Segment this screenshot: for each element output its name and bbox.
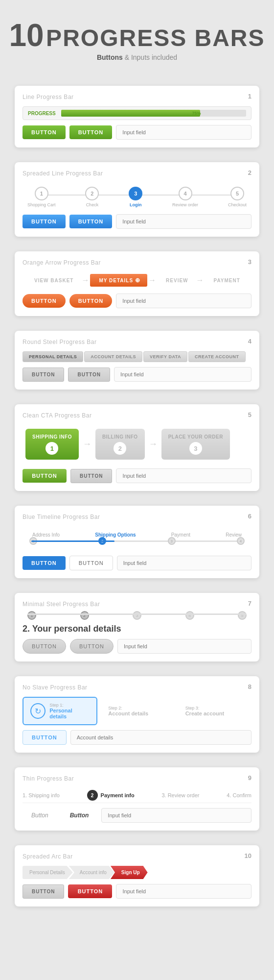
steel-step-2[interactable]: ACCOUNT DETAILS bbox=[84, 351, 142, 362]
card-1-btn-2[interactable]: BUTTON bbox=[69, 125, 113, 139]
minimal-dot-4: 4 bbox=[185, 611, 194, 620]
card-5-steps: SHIPPING INFO 1 → BILLING INFO 2 → PLACE… bbox=[23, 425, 251, 464]
card-10-input[interactable] bbox=[116, 884, 251, 899]
progress-bar-1: PROGRESS 75% bbox=[23, 106, 251, 120]
no-slave-stepname-2: Account details bbox=[108, 710, 148, 716]
clean-step-2[interactable]: BILLING INFO 2 bbox=[95, 429, 145, 460]
timeline-step-4: Review bbox=[226, 532, 242, 538]
card-9-btn-2[interactable]: Button bbox=[61, 808, 98, 823]
clean-arrow-2: → bbox=[149, 439, 158, 449]
card-4-btn-2[interactable]: BUTTON bbox=[68, 368, 110, 382]
card-5-btn-2[interactable]: BUTTON bbox=[70, 469, 112, 483]
card-6-btn-2[interactable]: Button bbox=[69, 556, 113, 570]
card-7-btn-row: Button Button bbox=[23, 639, 251, 654]
card-3-input[interactable] bbox=[116, 294, 251, 308]
timeline-progress bbox=[31, 540, 114, 542]
card-2-btn-1[interactable]: Button bbox=[23, 215, 66, 228]
card-9-input[interactable] bbox=[101, 808, 251, 823]
timeline-label-3: Payment bbox=[171, 532, 190, 538]
thin-step-2-circle: 2 bbox=[87, 790, 98, 801]
card-10-number: 10 bbox=[245, 852, 251, 859]
card-9-number: 9 bbox=[248, 774, 251, 782]
steel-step-1[interactable]: PERSONAL DETAILS bbox=[23, 351, 83, 362]
clean-arrow-1: → bbox=[83, 439, 91, 449]
card-8-steps: ↻ Step 1: Personal details Step 2: Accou… bbox=[23, 697, 251, 725]
card-5-btn-row: BUTTON BUTTON bbox=[23, 468, 251, 483]
arrow-connector-2: → bbox=[148, 276, 156, 285]
card-6: 6 Blue Timeline Progress Bar Address Inf… bbox=[15, 506, 259, 578]
steel-step-3[interactable]: VERIFY DATA bbox=[143, 351, 187, 362]
step-label-3: Login bbox=[130, 202, 142, 207]
card-6-btn-1[interactable]: Button bbox=[23, 556, 66, 570]
no-slave-stepname-1: Personal details bbox=[49, 708, 90, 719]
no-slave-stepnum-1: Step 1: bbox=[49, 703, 90, 708]
card-8-btn-1[interactable]: Button bbox=[23, 730, 67, 745]
card-1-btn-row: BUTTON BUTTON bbox=[23, 125, 251, 140]
clean-step-3-num: 3 bbox=[168, 440, 223, 455]
card-4-btn-1[interactable]: BUTTON bbox=[23, 368, 64, 382]
minimal-dot-1: 1 bbox=[27, 611, 36, 620]
step-item-3[interactable]: 3 Login bbox=[129, 187, 142, 207]
card-5-input[interactable] bbox=[116, 468, 251, 483]
card-3-btn-2[interactable]: BUTTON bbox=[69, 294, 113, 308]
card-2-input[interactable] bbox=[116, 214, 251, 229]
arrow-connector-1: → bbox=[81, 276, 89, 285]
card-8-btn-row: Button bbox=[23, 730, 251, 745]
clean-step-1-title: SHIPPING INFO bbox=[32, 434, 72, 440]
thin-step-1: 1. Shipping info bbox=[23, 792, 60, 798]
steel-step-4[interactable]: CREATE ACCOUNT bbox=[188, 351, 246, 362]
card-7-track: 1 2 3 4 5 bbox=[23, 613, 251, 620]
card-8-input[interactable] bbox=[70, 730, 251, 745]
timeline-label-2: Shipping Options bbox=[95, 532, 136, 538]
card-6-btn-row: Button Button bbox=[23, 556, 251, 570]
card-4-btn-row: BUTTON BUTTON bbox=[23, 367, 251, 382]
page-header: 10 PROGRESS BARS Buttons & Inputs includ… bbox=[0, 10, 274, 71]
step-circle-2: 2 bbox=[85, 187, 99, 200]
card-9-btn-1[interactable]: Button bbox=[23, 808, 57, 823]
thin-step-4: 4. Confirm bbox=[227, 792, 251, 798]
card-2-steps: 1 Shopping Cart 2 Check 3 Login 4 Review… bbox=[23, 183, 251, 209]
card-3-btn-row: BUTTON BUTTON bbox=[23, 294, 251, 308]
card-9-title: Thin Progress Bar bbox=[23, 775, 251, 782]
card-3-btn-1[interactable]: BUTTON bbox=[23, 294, 66, 308]
subtitle-amp: & bbox=[125, 53, 129, 61]
card-10-btn-1[interactable]: Button bbox=[23, 884, 64, 899]
step-label-5: Checkout bbox=[228, 202, 247, 207]
no-slave-step-2: Step 2: Account details bbox=[101, 697, 174, 725]
card-2-number: 2 bbox=[248, 169, 251, 176]
card-10-btn-2[interactable]: Button bbox=[68, 884, 112, 898]
card-7-btn-2[interactable]: Button bbox=[70, 639, 114, 654]
arrow-nav-item-2[interactable]: Account info bbox=[69, 866, 114, 879]
arrow-nav-item-1[interactable]: Personal Details bbox=[23, 866, 73, 879]
no-slave-text-2: Step 2: Account details bbox=[108, 706, 148, 716]
header-title: PROGRESS BARS bbox=[46, 25, 265, 51]
card-7-btn-1[interactable]: Button bbox=[23, 639, 66, 654]
arrow-nav-item-3[interactable]: Sign Up bbox=[111, 866, 148, 879]
no-slave-step-3: Step 3: Create account bbox=[179, 697, 251, 725]
card-2-btn-2[interactable]: Button bbox=[69, 215, 113, 228]
no-slave-text-3: Step 3: Create account bbox=[185, 706, 224, 716]
card-5-btn-1[interactable]: BUTTON bbox=[23, 469, 67, 483]
card-7-input[interactable] bbox=[117, 639, 251, 654]
step-circle-1: 1 bbox=[35, 187, 48, 200]
step-circle-3: 3 bbox=[129, 187, 142, 200]
card-8: 8 No Slave Progress Bar ↻ Step 1: Person… bbox=[15, 676, 259, 753]
card-1-input[interactable] bbox=[116, 125, 251, 140]
minimal-line bbox=[27, 613, 247, 615]
header-subtitle: Buttons & Inputs included bbox=[0, 53, 274, 61]
card-3: 3 Orange Arrow Progress Bar VIEW BASKET … bbox=[15, 251, 259, 316]
clean-step-1[interactable]: SHIPPING INFO 1 bbox=[25, 429, 79, 460]
card-4-input[interactable] bbox=[114, 367, 251, 382]
step-label-1: Shopping Cart bbox=[27, 202, 56, 207]
timeline-labels: Address Info Shipping Options Payment Re… bbox=[27, 529, 247, 538]
card-1-title: Line Progress Bar bbox=[23, 94, 251, 100]
card-1-btn-1[interactable]: BUTTON bbox=[23, 125, 66, 139]
card-8-number: 8 bbox=[248, 683, 251, 690]
clean-step-3[interactable]: PLACE YOUR ORDER 3 bbox=[161, 429, 230, 460]
card-4-title: Round Steel Progress Bar bbox=[23, 339, 251, 345]
card-5: 5 Clean CTA Progress Bar SHIPPING INFO 1… bbox=[15, 404, 259, 491]
no-slave-stepnum-2: Step 2: bbox=[108, 706, 148, 710]
no-slave-step-1[interactable]: ↻ Step 1: Personal details bbox=[23, 697, 97, 725]
card-6-input[interactable] bbox=[117, 556, 251, 570]
card-9-steps: 1. Shipping info 2 Payment info 3. Revie… bbox=[23, 788, 251, 803]
